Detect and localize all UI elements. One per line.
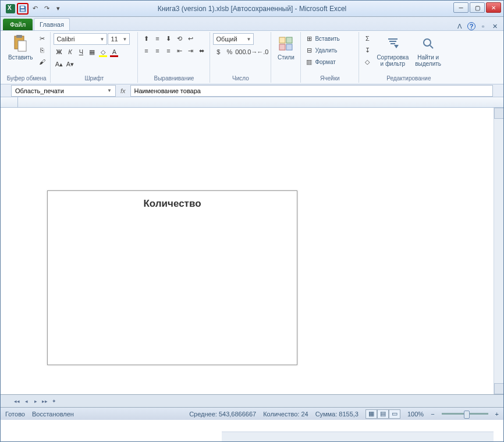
align-right-icon[interactable]: ≡: [163, 45, 173, 56]
merge-icon[interactable]: ⬌: [196, 45, 207, 56]
svg-rect-5: [279, 37, 285, 43]
sheet-tab-bar: ◂◂ ◂ ▸ ▸▸ ✦: [1, 394, 503, 407]
horizontal-scrollbar[interactable]: [222, 432, 494, 441]
group-editing: Σ ↧ ◇ Сортировка и фильтр Найти и выдели…: [359, 32, 458, 83]
window-controls: ─ ▢ ✕: [453, 2, 501, 13]
copy-icon[interactable]: ⎘: [37, 45, 47, 55]
find-select-button[interactable]: Найти и выделить: [413, 33, 443, 68]
align-center-icon[interactable]: ≡: [152, 45, 162, 56]
zoom-in-button[interactable]: +: [495, 411, 499, 418]
window-restore-icon[interactable]: ▫: [479, 22, 487, 30]
styles-button[interactable]: Стили: [274, 33, 297, 62]
minimize-button[interactable]: ─: [453, 2, 468, 13]
align-bottom-icon[interactable]: ⬇: [163, 33, 173, 44]
select-all-corner[interactable]: [1, 97, 18, 107]
excel-icon[interactable]: [5, 3, 16, 14]
chart-title: Количество: [48, 191, 297, 213]
bold-button[interactable]: Ж: [54, 47, 64, 57]
tab-nav-prev[interactable]: ◂: [22, 397, 31, 406]
sort-filter-button[interactable]: Сортировка и фильтр: [374, 33, 411, 68]
align-middle-icon[interactable]: ≡: [152, 33, 162, 44]
formula-bar: Область_печати▼ fx Наименование товара: [1, 84, 503, 97]
pie-plot: [48, 213, 221, 353]
insert-cells-label[interactable]: Вставить: [315, 36, 339, 42]
format-painter-icon[interactable]: 🖌: [37, 56, 47, 67]
shrink-font-icon[interactable]: A▾: [65, 59, 75, 69]
vertical-scrollbar[interactable]: [494, 108, 503, 394]
svg-rect-3: [16, 35, 22, 38]
font-name-combo[interactable]: Calibri▼: [54, 33, 107, 45]
number-format-combo[interactable]: Общий▼: [213, 33, 254, 45]
group-font: Calibri▼ 11▼ Ж К Ч ▦ ◇ A A▴ A▾ Шрифт: [51, 32, 138, 83]
border-button[interactable]: ▦: [87, 47, 97, 57]
percent-icon[interactable]: %: [224, 47, 235, 57]
zoom-slider[interactable]: [442, 413, 488, 415]
fill-icon[interactable]: ↧: [362, 45, 372, 55]
view-normal-icon[interactable]: ▦: [365, 409, 377, 419]
align-left-icon[interactable]: ≡: [141, 45, 151, 56]
underline-button[interactable]: Ч: [76, 47, 86, 57]
doc-close-icon[interactable]: ✕: [491, 22, 499, 30]
redo-button[interactable]: ↷: [41, 3, 52, 14]
name-box[interactable]: Область_печати▼: [11, 85, 116, 97]
svg-rect-4: [18, 41, 26, 51]
orientation-icon[interactable]: ⟲: [174, 33, 184, 44]
delete-cells-icon[interactable]: ⊟: [304, 45, 314, 55]
tab-file[interactable]: Файл: [3, 19, 33, 30]
paste-button[interactable]: Вставить: [6, 33, 35, 62]
autosum-icon[interactable]: Σ: [362, 33, 372, 44]
group-styles: Стили: [271, 32, 301, 83]
insert-cells-icon[interactable]: ⊞: [304, 33, 314, 44]
inc-decimal-icon[interactable]: .0→: [246, 47, 257, 57]
align-top-icon[interactable]: ⬆: [141, 33, 151, 44]
grow-font-icon[interactable]: A▴: [54, 59, 64, 69]
fx-icon[interactable]: fx: [116, 87, 130, 94]
dec-decimal-icon[interactable]: ←.0: [257, 47, 268, 57]
svg-rect-8: [286, 44, 292, 50]
status-ready: Готово: [5, 411, 25, 418]
svg-rect-6: [286, 37, 292, 43]
ribbon-tabs: Файл Главная ᐱ ? ▫ ✕: [1, 17, 503, 31]
comma-icon[interactable]: 000: [235, 47, 246, 57]
font-color-button[interactable]: A: [109, 47, 119, 57]
zoom-out-button[interactable]: −: [431, 411, 434, 418]
wrap-text-icon[interactable]: ↩: [185, 33, 196, 44]
view-pagebreak-icon[interactable]: ▭: [389, 409, 400, 419]
zoom-level[interactable]: 100%: [407, 411, 424, 418]
title-bar: ↶ ↷ ▾ Книга3 (version 1).xlsb [Автосохра…: [1, 1, 503, 17]
view-buttons: ▦ ▤ ▭: [365, 409, 400, 419]
view-layout-icon[interactable]: ▤: [377, 409, 389, 419]
clear-icon[interactable]: ◇: [362, 56, 372, 67]
undo-button[interactable]: ↶: [30, 3, 40, 14]
ribbon-minimize-icon[interactable]: ᐱ: [456, 22, 464, 30]
embedded-chart[interactable]: Количество: [47, 190, 297, 365]
worksheet[interactable]: Количество: [1, 97, 503, 394]
currency-icon[interactable]: $: [213, 47, 223, 57]
cut-icon[interactable]: ✂: [37, 33, 47, 44]
ribbon: Вставить ✂ ⎘ 🖌 Буфер обмена Calibri▼ 11▼…: [1, 31, 503, 84]
help-icon[interactable]: ?: [467, 22, 475, 30]
indent-inc-icon[interactable]: ⇥: [185, 45, 196, 56]
close-button[interactable]: ✕: [486, 2, 501, 13]
delete-cells-label[interactable]: Удалить: [315, 47, 337, 54]
save-button[interactable]: [17, 3, 29, 15]
italic-button[interactable]: К: [65, 47, 75, 57]
chart-legend: [221, 213, 297, 353]
font-size-combo[interactable]: 11▼: [108, 33, 130, 45]
tab-nav-last[interactable]: ▸▸: [40, 397, 49, 406]
svg-line-10: [430, 45, 433, 48]
svg-rect-0: [21, 6, 24, 8]
new-sheet-icon[interactable]: ✦: [49, 397, 59, 406]
formula-input[interactable]: Наименование товара: [130, 85, 493, 97]
format-cells-label[interactable]: Формат: [315, 59, 336, 65]
qat-customize[interactable]: ▾: [53, 3, 63, 14]
tab-nav-next[interactable]: ▸: [31, 397, 40, 406]
format-cells-icon[interactable]: ▥: [304, 56, 314, 67]
status-bar: Готово Восстановлен Среднее: 543,6866667…: [1, 407, 503, 420]
maximize-button[interactable]: ▢: [470, 2, 485, 13]
status-average: Среднее: 543,6866667: [189, 411, 256, 418]
fill-color-button[interactable]: ◇: [98, 47, 108, 57]
tab-nav-first[interactable]: ◂◂: [12, 397, 22, 406]
indent-dec-icon[interactable]: ⇤: [174, 45, 184, 56]
tab-Главная[interactable]: Главная: [34, 18, 70, 30]
